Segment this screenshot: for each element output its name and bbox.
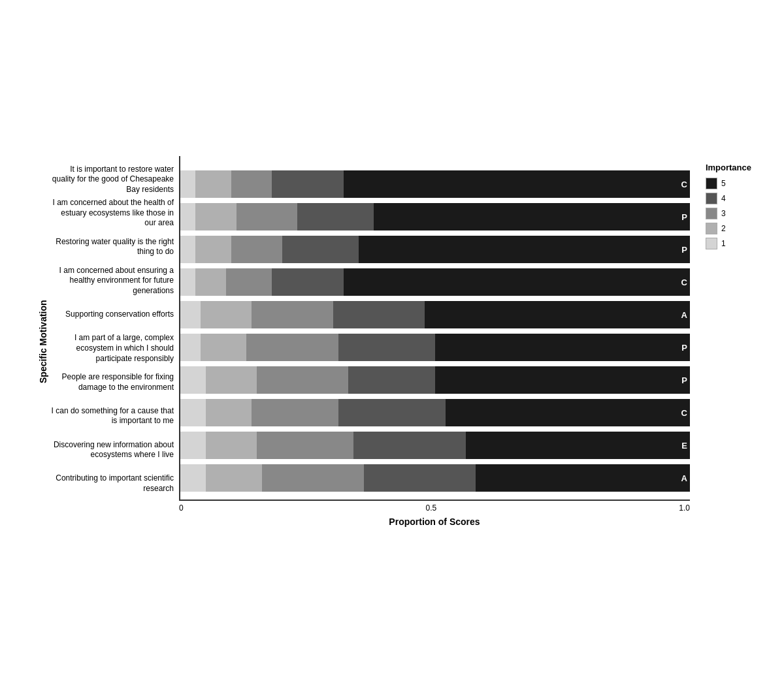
bar-segment-5-3 (338, 334, 435, 361)
bar-row-0: C (180, 168, 690, 200)
stacked-bar-4: A (180, 301, 690, 328)
bar-segment-5-2 (246, 334, 338, 361)
bar-label-0: It is important to restore water quality… (48, 163, 174, 197)
bar-code-0: C (681, 180, 687, 189)
legend-title: Importance (706, 163, 751, 172)
bar-label-1: I am concerned about the health of estua… (48, 197, 174, 230)
bar-segment-3-0 (180, 268, 195, 296)
bar-segment-0-0 (180, 170, 195, 198)
legend-item-2: 3 (706, 208, 751, 219)
bar-segment-1-4 (374, 203, 690, 230)
bar-segment-0-2 (231, 170, 272, 198)
x-tick-1: 0.5 (426, 503, 437, 513)
bar-code-6: P (681, 375, 687, 385)
legend-label-2: 3 (721, 209, 726, 218)
bar-segment-2-1 (195, 236, 231, 263)
legend-item-4: 1 (706, 238, 751, 249)
legend-item-3: 2 (706, 223, 751, 234)
x-tick-0: 0 (179, 503, 184, 513)
stacked-bar-7: C (180, 399, 690, 426)
legend-label-4: 1 (721, 239, 726, 248)
legend-item-1: 4 (706, 193, 751, 204)
bar-segment-3-3 (272, 268, 343, 296)
bar-segment-6-4 (435, 366, 690, 394)
bar-segment-7-1 (206, 399, 252, 426)
bar-segment-4-1 (201, 301, 252, 328)
bar-segment-3-4 (344, 268, 690, 296)
chart-area: It is important to restore water quality… (48, 156, 751, 527)
bar-segment-2-3 (282, 236, 359, 263)
stacked-bar-0: C (180, 170, 690, 198)
bar-row-8: E (180, 429, 690, 462)
bar-segment-4-3 (333, 301, 425, 328)
bar-row-1: P (180, 200, 690, 233)
bar-code-7: C (681, 408, 687, 418)
bar-segment-1-1 (195, 203, 236, 230)
bar-row-6: P (180, 364, 690, 396)
bar-segment-3-1 (195, 268, 226, 296)
bar-segment-7-0 (180, 399, 206, 426)
bar-segment-5-0 (180, 334, 201, 361)
bar-segment-8-2 (257, 432, 353, 459)
bar-row-2: P (180, 233, 690, 266)
bar-segment-9-4 (476, 464, 690, 492)
bars-container: CPPCAPPCEA (179, 156, 690, 501)
x-axis-title: Proportion of Scores (179, 513, 690, 527)
bar-label-6: People are responsible for fixing damage… (48, 366, 174, 400)
labels-column: It is important to restore water quality… (48, 156, 179, 527)
bar-row-3: C (180, 266, 690, 298)
bar-segment-2-4 (359, 236, 690, 263)
bar-segment-6-3 (348, 366, 435, 394)
bar-segment-0-1 (195, 170, 231, 198)
bar-label-2: Restoring water quality is the right thi… (48, 230, 174, 264)
bar-segment-9-0 (180, 464, 206, 492)
bar-segment-4-0 (180, 301, 201, 328)
bar-segment-9-1 (206, 464, 262, 492)
bar-code-2: P (681, 245, 687, 255)
legend-swatch-3 (706, 223, 717, 234)
stacked-bar-3: C (180, 268, 690, 296)
bar-segment-5-4 (435, 334, 690, 361)
bar-segment-7-4 (446, 399, 690, 426)
bar-code-5: P (681, 343, 687, 353)
stacked-bar-2: P (180, 236, 690, 263)
bar-segment-7-3 (338, 399, 446, 426)
bar-segment-7-2 (252, 399, 338, 426)
legend-swatch-4 (706, 238, 717, 249)
x-axis-ticks: 00.51.0 (179, 501, 690, 513)
bar-segment-6-2 (257, 366, 348, 394)
legend-item-0: 5 (706, 178, 751, 189)
bar-segment-1-0 (180, 203, 195, 230)
bar-segment-2-0 (180, 236, 195, 263)
bar-label-4: Supporting conservation efforts (48, 298, 174, 332)
bar-segment-1-2 (237, 203, 298, 230)
bar-label-7: I can do something for a cause that is i… (48, 400, 174, 434)
y-axis-title: Specific Motivation (33, 28, 48, 655)
legend-swatch-0 (706, 178, 717, 189)
stacked-bar-8: E (180, 432, 690, 459)
bar-segment-6-1 (206, 366, 257, 394)
bar-row-5: P (180, 331, 690, 364)
bar-segment-4-4 (425, 301, 690, 328)
bar-code-3: C (681, 278, 687, 287)
bar-segment-5-1 (201, 334, 246, 361)
bar-label-3: I am concerned about ensuring a healthy … (48, 264, 174, 298)
x-tick-2: 1.0 (679, 503, 690, 513)
bar-segment-8-3 (353, 432, 466, 459)
bar-code-4: A (681, 310, 687, 320)
bar-segment-1-3 (297, 203, 374, 230)
bar-row-4: A (180, 298, 690, 331)
legend-label-1: 4 (721, 194, 726, 203)
legend-items: 54321 (706, 178, 751, 253)
legend-label-0: 5 (721, 179, 726, 188)
bar-segment-8-4 (466, 432, 690, 459)
bar-segment-0-4 (344, 170, 690, 198)
stacked-bar-6: P (180, 366, 690, 394)
bar-label-5: I am part of a large, complex ecosystem … (48, 332, 174, 366)
bar-segment-6-0 (180, 366, 206, 394)
bar-segment-0-3 (272, 170, 343, 198)
chart-wrapper: Specific Motivation It is important to r… (33, 28, 751, 655)
bar-segment-9-2 (262, 464, 364, 492)
bars-list: CPPCAPPCEA (180, 163, 690, 500)
stacked-bar-9: A (180, 464, 690, 492)
